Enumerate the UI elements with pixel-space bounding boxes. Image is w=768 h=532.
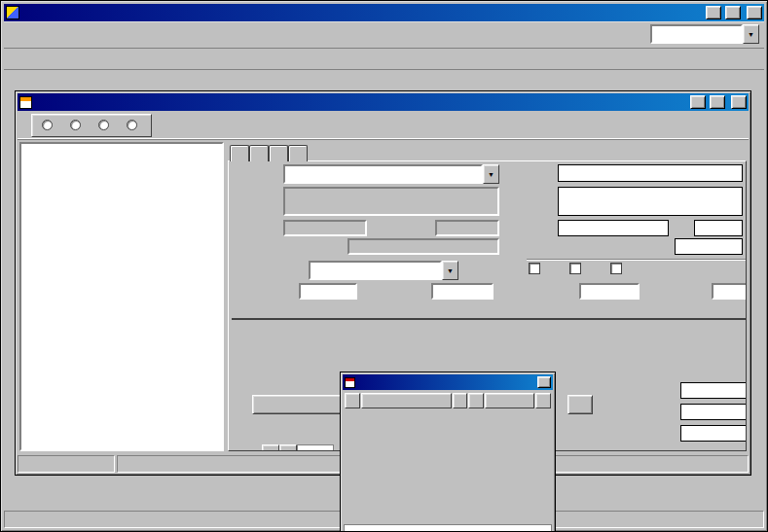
total-field [680, 425, 747, 442]
admin-minimize-button[interactable] [690, 95, 706, 109]
mdi-area: ▼ [4, 70, 764, 510]
required-date-field[interactable] [579, 283, 640, 300]
extended-price-header [607, 303, 747, 318]
menu-visualizza[interactable] [35, 56, 51, 62]
subtotal-field [680, 382, 747, 399]
next-month-button[interactable] [453, 393, 468, 408]
calendar-icon [345, 377, 355, 388]
ship-country-field[interactable] [675, 238, 743, 255]
tab-customers[interactable] [269, 145, 288, 161]
admin-toolbar [18, 111, 749, 140]
bill-city-field[interactable] [283, 220, 367, 236]
previous-record-icon[interactable] [279, 444, 297, 452]
calendar-close-button[interactable] [537, 376, 551, 388]
chevron-down-icon[interactable]: ▼ [483, 164, 499, 184]
order-details-grid [232, 303, 747, 320]
checkbox-icon [529, 263, 540, 274]
tab-orders[interactable] [288, 145, 308, 161]
ship-address-field[interactable] [558, 187, 743, 216]
radio-icon [98, 120, 109, 130]
minimize-button[interactable] [706, 6, 721, 19]
menu-show-me[interactable] [144, 56, 160, 62]
checkbox-icon [610, 263, 622, 274]
menu-formato[interactable] [66, 56, 82, 62]
radio-context[interactable] [98, 120, 113, 130]
grid-header-row [232, 303, 747, 318]
menu-finestra[interactable] [113, 56, 128, 62]
brand-status [18, 455, 115, 473]
field-selector-value[interactable] [650, 24, 743, 44]
checkbox-united[interactable] [569, 263, 585, 274]
tab-employees[interactable] [249, 145, 269, 161]
chevron-down-icon[interactable]: ▼ [743, 24, 759, 44]
radio-icon [127, 120, 137, 130]
carrier-checkboxes [529, 263, 626, 274]
discount-header [551, 303, 607, 318]
main-titlebar [4, 4, 764, 21]
ship-to-field[interactable] [558, 164, 743, 182]
calendar-titlebar [343, 374, 553, 390]
maximize-button[interactable] [725, 6, 741, 19]
bill-address-field[interactable] [283, 187, 499, 216]
tab-categories[interactable] [230, 145, 249, 161]
order-date-field[interactable] [431, 283, 494, 300]
admin-titlebar [18, 93, 749, 111]
bill-postal-field[interactable] [435, 220, 499, 236]
radio-latest[interactable] [42, 120, 56, 130]
app-icon [6, 6, 19, 19]
menu-strumenti[interactable] [97, 56, 113, 62]
menu-record[interactable] [82, 56, 97, 62]
field-selector-combo[interactable]: ▼ [650, 24, 759, 44]
calendar-window [340, 372, 556, 532]
ship-postal-field[interactable] [694, 220, 743, 236]
order-id-field[interactable] [299, 283, 357, 300]
admin-window-icon [19, 96, 32, 109]
calendar-help-box [344, 524, 552, 532]
record-number-box[interactable] [297, 444, 334, 452]
radio-icon [42, 120, 53, 130]
checkbox-speedy[interactable] [529, 263, 544, 274]
radio-arrow[interactable] [127, 120, 141, 130]
radio-icon [70, 120, 81, 130]
next-year-button[interactable] [535, 393, 551, 408]
ship-city-field[interactable] [558, 220, 669, 236]
bill-to-combo[interactable]: ▼ [283, 164, 499, 184]
checkbox-federal[interactable] [610, 263, 626, 274]
menu-modifica[interactable] [19, 56, 35, 62]
product-header [232, 303, 494, 318]
shipped-date-field[interactable] [712, 283, 747, 300]
menubar [4, 49, 764, 70]
chevron-down-icon[interactable]: ▼ [442, 261, 458, 280]
month-label [361, 393, 452, 408]
grid-body [232, 318, 747, 320]
partial-covered-button[interactable] [567, 395, 593, 414]
year-label [485, 393, 534, 408]
salesperson-value[interactable] [309, 261, 442, 280]
bill-to-value[interactable] [283, 164, 483, 184]
first-record-icon[interactable] [262, 444, 279, 452]
close-button[interactable] [747, 6, 762, 19]
radio-default[interactable] [70, 120, 85, 130]
bill-country-field[interactable] [347, 238, 499, 255]
quantity-header [494, 303, 551, 318]
freight-field [680, 404, 747, 420]
ship-via-divider [527, 259, 746, 260]
admin-maximize-button[interactable] [710, 95, 725, 109]
salesperson-combo[interactable]: ▼ [309, 261, 458, 280]
previous-month-button[interactable] [345, 393, 360, 408]
navigation-tree [19, 142, 224, 451]
menu-file[interactable] [4, 56, 19, 62]
admin-close-button[interactable] [731, 95, 747, 109]
view-options-panel [31, 114, 152, 137]
checkbox-icon [569, 263, 581, 274]
form-tabstrip [228, 142, 747, 161]
menu-inserisci[interactable] [51, 56, 66, 62]
calendar-nav [345, 393, 551, 409]
menu-help[interactable] [128, 56, 144, 62]
main-window: ▼ [0, 0, 768, 532]
previous-year-button[interactable] [468, 393, 484, 408]
